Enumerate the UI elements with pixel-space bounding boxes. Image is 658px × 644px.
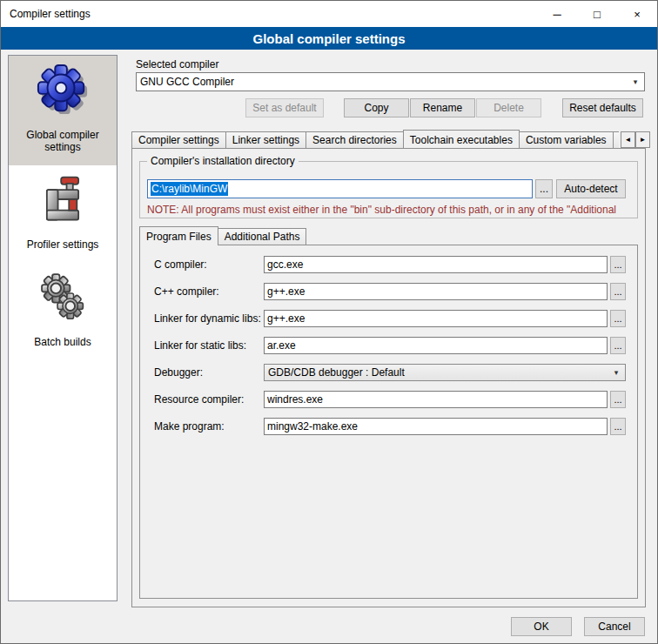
dynamic-linker-label: Linker for dynamic libs: [154, 312, 264, 325]
make-program-browse-button[interactable]: ... [610, 418, 626, 435]
tab-scroll-right-button[interactable]: ► [635, 131, 650, 148]
field-row: C compiler: ... [154, 256, 626, 273]
scroll-left-icon: ◄ [625, 136, 632, 144]
compiler-select-value: GNU GCC Compiler [140, 76, 234, 88]
set-as-default-button[interactable]: Set as default [245, 98, 324, 117]
minimize-icon: ─ [553, 8, 561, 21]
debugger-select-value: GDB/CDB debugger : Default [268, 366, 405, 379]
make-program-label: Make program: [154, 420, 264, 433]
program-files-panel: C compiler: ... C++ compiler: ... Linker… [139, 245, 638, 599]
c-compiler-browse-button[interactable]: ... [610, 256, 626, 273]
minimize-button[interactable]: ─ [537, 1, 577, 27]
sidebar-item-label: Profiler settings [12, 238, 113, 251]
resource-compiler-input[interactable] [264, 391, 608, 408]
sidebar-item-label: Batch builds [12, 336, 113, 348]
titlebar[interactable]: Compiler settings ─ □ × [1, 1, 657, 27]
tab-compiler-settings[interactable]: Compiler settings [131, 131, 226, 148]
reset-defaults-button[interactable]: Reset defaults [562, 98, 643, 117]
dynamic-linker-browse-button[interactable]: ... [610, 310, 626, 327]
c-compiler-input[interactable] [264, 256, 608, 273]
window-title: Compiler settings [1, 8, 91, 20]
field-row: C++ compiler: ... [154, 283, 626, 300]
rename-button[interactable]: Rename [410, 98, 475, 117]
autodetect-button[interactable]: Auto-detect [556, 179, 626, 198]
sidebar: Global compiler settings Profiler settin… [8, 55, 118, 601]
ok-button[interactable]: OK [511, 617, 572, 636]
tab-scroll-buttons: ◄ ► [621, 131, 650, 148]
install-dir-input[interactable]: C:\raylib\MinGW [147, 179, 533, 198]
copy-button[interactable]: Copy [344, 98, 409, 117]
dynamic-linker-input[interactable] [264, 310, 608, 327]
chevron-down-icon: ▾ [608, 365, 624, 380]
cpp-compiler-label: C++ compiler: [154, 285, 264, 298]
static-linker-input[interactable] [264, 337, 608, 354]
compiler-action-buttons: Set as default Copy Rename Delete Reset … [127, 98, 650, 117]
caption-buttons: ─ □ × [537, 1, 657, 27]
debugger-label: Debugger: [154, 366, 264, 379]
close-icon: × [634, 8, 641, 21]
make-program-input[interactable] [264, 418, 608, 435]
sidebar-item-batch-builds[interactable]: Batch builds [9, 263, 117, 360]
static-linker-browse-button[interactable]: ... [610, 337, 626, 354]
close-button[interactable]: × [617, 1, 657, 27]
field-row: Resource compiler: ... [154, 391, 626, 408]
tab-custom-variables[interactable]: Custom variables [519, 131, 614, 148]
compiler-settings-window: Compiler settings ─ □ × Global compiler … [0, 0, 658, 644]
dialog-header-title: Global compiler settings [1, 27, 657, 50]
field-row: Make program: ... [154, 418, 626, 435]
installation-directory-label: Compiler's installation directory [147, 155, 299, 167]
tab-search-directories[interactable]: Search directories [306, 131, 404, 148]
tab-toolchain-executables[interactable]: Toolchain executables [403, 130, 520, 148]
c-compiler-label: C compiler: [154, 258, 264, 271]
maximize-icon: □ [594, 8, 601, 21]
subtab-program-files[interactable]: Program Files [139, 226, 218, 245]
delete-button[interactable]: Delete [476, 98, 541, 117]
install-dir-value: C:\raylib\MinGW [151, 182, 228, 196]
tab-strip: Compiler settings Linker settings Search… [131, 130, 619, 148]
chevron-down-icon: ▾ [628, 73, 643, 91]
scroll-right-icon: ► [640, 136, 647, 144]
field-row: Linker for dynamic libs: ... [154, 310, 626, 327]
tab-build-options[interactable]: Buil [613, 131, 619, 148]
gears-gray-icon [36, 270, 90, 324]
installation-directory-groupbox: Compiler's installation directory C:\ray… [139, 161, 638, 218]
resource-compiler-label: Resource compiler: [154, 393, 264, 406]
dialog-body: Global compiler settings Profiler settin… [1, 50, 657, 643]
gear-blue-icon [36, 63, 90, 117]
field-row: Debugger: GDB/CDB debugger : Default ▾ [154, 364, 626, 381]
sidebar-item-global-compiler-settings[interactable]: Global compiler settings [9, 56, 117, 165]
install-dir-browse-button[interactable]: ... [535, 179, 553, 198]
tab-linker-settings[interactable]: Linker settings [225, 131, 306, 148]
compiler-select[interactable]: GNU GCC Compiler ▾ [136, 72, 645, 91]
tab-bar: Compiler settings Linker settings Search… [131, 130, 650, 148]
sidebar-item-profiler-settings[interactable]: Profiler settings [9, 165, 117, 263]
sidebar-item-label: Global compiler settings [12, 129, 113, 153]
tab-scroll-left-button[interactable]: ◄ [621, 131, 635, 148]
cpp-compiler-browse-button[interactable]: ... [610, 283, 626, 300]
cpp-compiler-input[interactable] [264, 283, 608, 300]
static-linker-label: Linker for static libs: [154, 339, 264, 352]
content-area: Selected compiler GNU GCC Compiler ▾ Set… [127, 50, 650, 643]
installation-directory-row: C:\raylib\MinGW ... Auto-detect [147, 179, 626, 198]
selected-compiler-label: Selected compiler [136, 58, 218, 70]
toolchain-executables-panel: Compiler's installation directory C:\ray… [131, 148, 646, 607]
cancel-button[interactable]: Cancel [584, 617, 645, 636]
subtab-bar: Program Files Additional Paths [139, 226, 306, 245]
subtab-additional-paths[interactable]: Additional Paths [218, 228, 307, 245]
note-text: NOTE: All programs must exist either in … [147, 204, 637, 216]
resource-compiler-browse-button[interactable]: ... [610, 391, 626, 408]
maximize-button[interactable]: □ [577, 1, 617, 27]
field-row: Linker for static libs: ... [154, 337, 626, 354]
profiler-tool-icon [37, 172, 88, 226]
debugger-select[interactable]: GDB/CDB debugger : Default ▾ [264, 364, 626, 381]
